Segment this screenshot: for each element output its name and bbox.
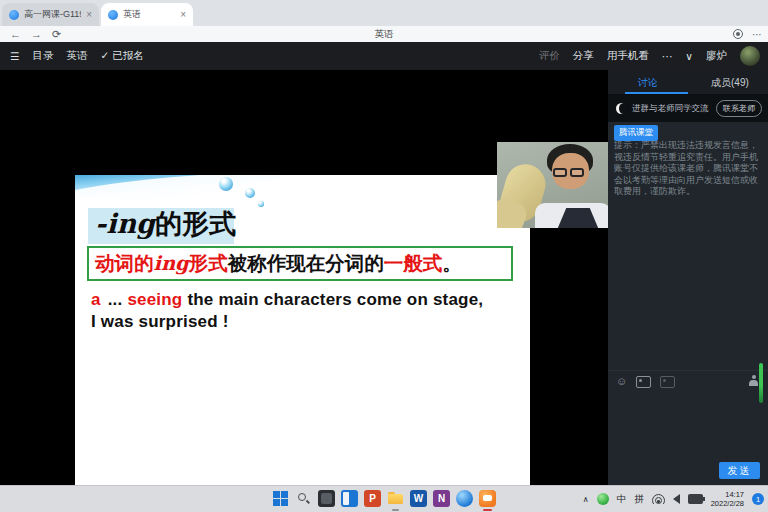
page-title: 英语 [0, 28, 768, 41]
glasses [553, 168, 591, 177]
avatar[interactable] [740, 46, 760, 66]
mic-volume-indicator [759, 363, 763, 403]
join-group-text: 进群与老师同学交流 [632, 103, 709, 115]
word-icon[interactable]: W [410, 490, 427, 507]
windows-start-icon[interactable] [272, 490, 289, 507]
chat-panel: 讨论 成员(49) 进群与老师同学交流 联系老师 腾讯课堂 提示：严禁出现违法违… [608, 70, 768, 485]
onenote-icon[interactable]: N [433, 490, 450, 507]
tab-close-icon[interactable]: × [180, 9, 186, 20]
chat-toolbar: ☺ [608, 370, 768, 392]
member-on-stage-icon[interactable] [749, 375, 758, 386]
tab-close-icon[interactable]: × [86, 9, 92, 20]
contact-teacher-button[interactable]: 联系老师 [716, 100, 762, 117]
tencent-classroom-badge: 腾讯课堂 [614, 125, 658, 141]
active-tab-underline [625, 92, 688, 94]
presentation-stage: -ing的形式 动词的ing形式被称作现在分词的一般式。 a... seeing… [0, 70, 608, 485]
tab-title: 英语 [123, 8, 141, 21]
system-notice-text: 提示：严禁出现违法违规发言信息，视违反情节轻重追究责任。用户手机账号仅提供给该课… [614, 140, 763, 198]
teacher-webcam-video[interactable] [497, 142, 608, 228]
user-name[interactable]: 廖炉 [706, 49, 727, 63]
task-view-icon[interactable] [341, 490, 358, 507]
more-options-icon[interactable]: ⋯ [662, 50, 673, 62]
screenshot-icon [660, 376, 675, 388]
tencent-classroom-icon[interactable] [479, 490, 496, 507]
clock[interactable]: 14:17 2022/2/28 [711, 490, 744, 509]
send-button[interactable]: 发送 [719, 462, 760, 479]
date: 2022/2/28 [711, 499, 744, 508]
example-sentence: a... seeing the main characters come on … [91, 289, 523, 333]
ime-language-indicator[interactable]: 中 [617, 493, 627, 506]
slide: -ing的形式 动词的ing形式被称作现在分词的一般式。 a... seeing… [75, 175, 530, 512]
file-explorer-icon[interactable] [387, 490, 404, 507]
user-dropdown-caret-icon[interactable]: ∨ [685, 50, 693, 62]
water-droplet-icon [258, 201, 264, 207]
tray-green-app-icon[interactable] [597, 493, 609, 505]
browser-menu-icon[interactable]: ⋯ [752, 29, 762, 40]
group-icon [616, 103, 627, 114]
search-icon[interactable] [295, 490, 312, 507]
water-droplet-icon [245, 188, 255, 198]
water-droplet-icon [219, 177, 233, 191]
tencent-classroom-favicon-icon [9, 10, 19, 20]
image-upload-icon[interactable] [636, 376, 651, 388]
wifi-icon[interactable] [652, 494, 665, 504]
powerpoint-icon[interactable]: P [364, 490, 381, 507]
catalog-button[interactable]: 目录 [32, 49, 53, 63]
browser-tab-english-active[interactable]: 英语 × [101, 3, 193, 26]
tab-discussion[interactable]: 讨论 [638, 76, 658, 90]
panel-tabs: 讨论 成员(49) [608, 70, 768, 95]
join-group-row[interactable]: 进群与老师同学交流 联系老师 [608, 95, 768, 122]
time: 14:17 [725, 490, 744, 499]
qq-browser-icon[interactable] [456, 490, 473, 507]
hamburger-menu-icon[interactable]: ☰ [10, 50, 19, 62]
notification-badge[interactable]: 1 [752, 493, 764, 505]
rate-button[interactable]: 评价 [539, 49, 560, 63]
tab-members[interactable]: 成员(49) [711, 76, 749, 90]
enrolled-badge: ✓ 已报名 [100, 49, 143, 63]
screen: 高一网课-G119-学三 × 英语 × ← → ⟳ 英语 ⋯ ☰ 目录 英语 ✓… [0, 0, 768, 512]
slide-title: -ing的形式 [95, 206, 236, 242]
snipping-tool-icon[interactable] [318, 490, 335, 507]
grammar-rule-box: 动词的ing形式被称作现在分词的一般式。 [87, 246, 513, 281]
emoji-icon[interactable]: ☺ [616, 376, 627, 387]
battery-icon[interactable] [688, 494, 703, 504]
volume-icon[interactable] [673, 494, 680, 504]
tencent-classroom-favicon-icon [108, 10, 118, 20]
browser-toolbar: ← → ⟳ 英语 ⋯ [0, 26, 768, 42]
browser-tab-bar: 高一网课-G119-学三 × 英语 × [0, 0, 768, 26]
classroom-toolbar: ☰ 目录 英语 ✓ 已报名 评价 分享 用手机看 ⋯ ∨ 廖炉 [0, 42, 768, 70]
browser-tab-course[interactable]: 高一网课-G119-学三 × [2, 3, 99, 26]
share-button[interactable]: 分享 [573, 49, 594, 63]
browser-profile-icon[interactable] [733, 29, 743, 39]
tray-chevron-icon[interactable]: ∧ [583, 495, 589, 504]
watch-on-phone-button[interactable]: 用手机看 [607, 49, 649, 63]
windows-taskbar: P W N ∧ 中 拼 14:17 2022/2/28 1 [0, 485, 768, 512]
ime-pinyin-indicator[interactable]: 拼 [634, 493, 644, 506]
tab-title: 高一网课-G119-学三 [24, 8, 81, 21]
subject-label: 英语 [66, 49, 87, 63]
